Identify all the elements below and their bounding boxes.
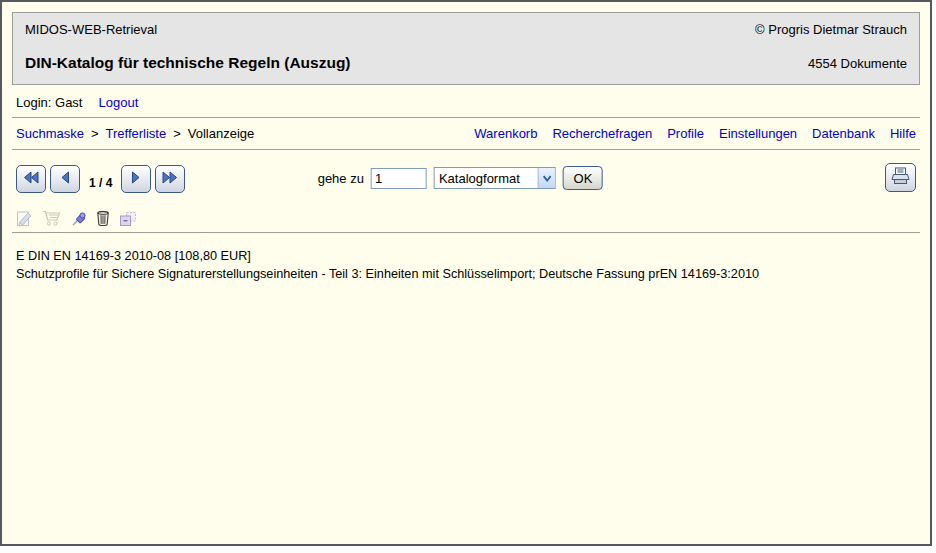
left-arrow-icon [60,170,70,188]
pager-controls: 1 / 4 [16,165,185,193]
login-row: Login: Gast Logout [2,85,930,112]
record-title-line: E DIN EN 14169-3 2010-08 [108,80 EUR] [16,247,916,265]
app-title: MIDOS-WEB-Retrieval [25,22,157,37]
login-status: Login: Gast [16,95,83,110]
header-top-row: MIDOS-WEB-Retrieval © Progris Dietmar St… [25,22,907,37]
breadcrumb-separator: > [91,126,99,141]
ok-button[interactable]: OK [563,166,603,190]
header-bottom-row: DIN-Katalog für technische Regeln (Auszu… [25,54,907,72]
breadcrumb-item-trefferliste[interactable]: Trefferliste [106,126,167,141]
print-button[interactable] [885,163,916,192]
double-left-arrow-icon [23,170,39,188]
nav-link-profile[interactable]: Profile [667,126,704,141]
chevron-down-icon [538,168,555,188]
goto-label: gehe zu [318,171,364,186]
record-toolbar [2,207,930,229]
copy-icon [119,211,137,227]
breadcrumb: Suchmaske > Trefferliste > Vollanzeige [16,126,254,141]
nav-link-hilfe[interactable]: Hilfe [890,126,916,141]
record-position: 1 / 4 [84,168,117,190]
nav-link-datenbank[interactable]: Datenbank [812,126,875,141]
header: MIDOS-WEB-Retrieval © Progris Dietmar St… [12,12,920,85]
pin-icon[interactable] [71,210,87,227]
nav-link-einstellungen[interactable]: Einstellungen [719,126,797,141]
app-window: MIDOS-WEB-Retrieval © Progris Dietmar St… [0,0,932,546]
breadcrumb-item-vollanzeige: Vollanzeige [188,126,255,141]
double-right-arrow-icon [162,170,178,188]
format-select[interactable]: Katalogformat [434,167,556,189]
printer-icon [891,167,910,189]
logout-link[interactable]: Logout [99,95,139,110]
pager-row: 1 / 4 gehe zu Katalogformat OK [2,159,930,207]
edit-icon [16,210,33,228]
format-select-value: Katalogformat [435,171,520,186]
copyright-text: © Progris Dietmar Strauch [755,22,907,37]
breadcrumb-separator: > [173,126,181,141]
previous-record-button[interactable] [50,165,80,193]
record-display: E DIN EN 14169-3 2010-08 [108,80 EUR] Sc… [2,234,930,296]
goto-input[interactable] [371,168,427,189]
nav-link-recherchefragen[interactable]: Recherchefragen [552,126,652,141]
nav-links: Warenkorb Recherchefragen Profile Einste… [474,126,916,141]
breadcrumb-item-suchmaske[interactable]: Suchmaske [16,126,84,141]
last-record-button[interactable] [155,165,185,193]
record-description-line: Schutzprofile für Sichere Signaturerstel… [16,265,916,283]
document-count: 4554 Dokumente [808,56,907,71]
goto-controls: gehe zu Katalogformat OK [318,166,603,190]
cart-icon[interactable] [42,210,62,227]
divider [12,149,920,151]
breadcrumb-row: Suchmaske > Trefferliste > Vollanzeige W… [2,124,930,144]
next-record-button[interactable] [121,165,151,193]
first-record-button[interactable] [16,165,46,193]
right-arrow-icon [131,170,141,188]
delete-icon[interactable] [96,210,110,227]
divider [12,117,920,119]
nav-link-warenkorb[interactable]: Warenkorb [474,126,537,141]
page-title: DIN-Katalog für technische Regeln (Auszu… [25,54,351,72]
